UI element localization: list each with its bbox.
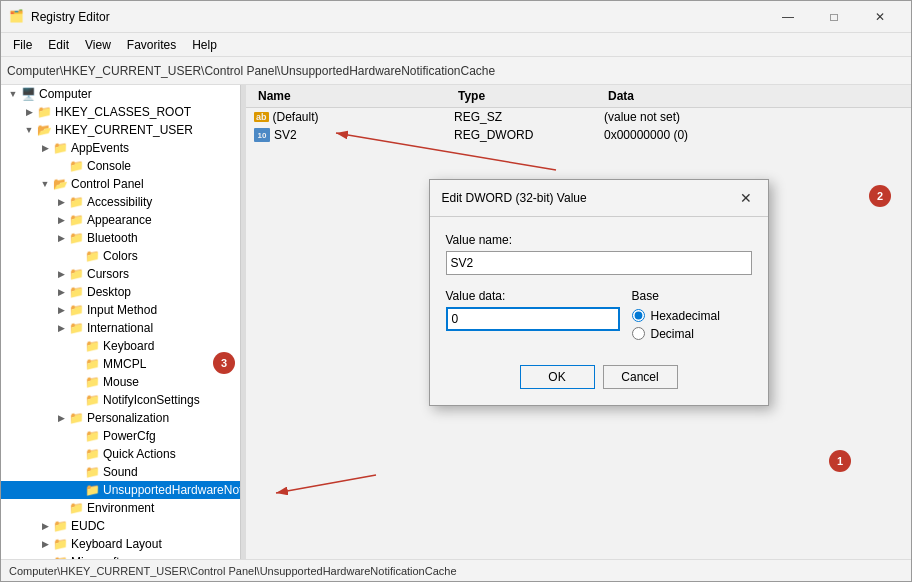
menu-favorites[interactable]: Favorites <box>119 36 184 54</box>
toggle-mouse <box>69 374 85 390</box>
folder-icon-bluetooth: 📁 <box>69 231 84 245</box>
radio-hexadecimal[interactable]: Hexadecimal <box>632 309 752 323</box>
toggle-control-panel[interactable]: ▼ <box>37 176 53 192</box>
tree-item-mmcpl[interactable]: 📁 MMCPL <box>1 355 240 373</box>
folder-icon-accessibility: 📁 <box>69 195 84 209</box>
folder-icon-sound: 📁 <box>85 465 100 479</box>
title-bar-controls: — □ ✕ <box>765 1 903 33</box>
menu-file[interactable]: File <box>5 36 40 54</box>
radio-dec-input[interactable] <box>632 327 645 340</box>
tree-label-accessibility: Accessibility <box>87 195 152 209</box>
tree-item-hkey-current-user[interactable]: ▼ 📂 HKEY_CURRENT_USER <box>1 121 240 139</box>
folder-icon-desktop: 📁 <box>69 285 84 299</box>
toggle-computer[interactable]: ▼ <box>5 86 21 102</box>
radio-dec-label: Decimal <box>651 327 694 341</box>
title-bar: 🗂️ Registry Editor — □ ✕ <box>1 1 911 33</box>
tree-item-eudc[interactable]: ▶ 📁 EUDC <box>1 517 240 535</box>
tree-item-keyboard-layout[interactable]: ▶ 📁 Keyboard Layout <box>1 535 240 553</box>
tree-label-appevents: AppEvents <box>71 141 129 155</box>
tree-item-mouse[interactable]: 📁 Mouse <box>1 373 240 391</box>
dialog-cancel-button[interactable]: Cancel <box>603 365 678 389</box>
menu-help[interactable]: Help <box>184 36 225 54</box>
tree-item-notifyiconsettings[interactable]: 📁 NotifyIconSettings <box>1 391 240 409</box>
toggle-mmcpl <box>69 356 85 372</box>
main-content: ▼ 🖥️ Computer ▶ 📁 HKEY_CLASSES_ROOT ▼ 📂 … <box>1 85 911 559</box>
radio-hex-input[interactable] <box>632 309 645 322</box>
tree-item-desktop[interactable]: ▶ 📁 Desktop <box>1 283 240 301</box>
close-button[interactable]: ✕ <box>857 1 903 33</box>
tree-item-appearance[interactable]: ▶ 📁 Appearance <box>1 211 240 229</box>
tree-item-cursors[interactable]: ▶ 📁 Cursors <box>1 265 240 283</box>
base-radio-group: Hexadecimal Decimal <box>632 309 752 341</box>
menu-edit[interactable]: Edit <box>40 36 77 54</box>
tree-label-cursors: Cursors <box>87 267 129 281</box>
tree-item-quick-actions[interactable]: 📁 Quick Actions <box>1 445 240 463</box>
menu-view[interactable]: View <box>77 36 119 54</box>
folder-icon-appevents: 📁 <box>53 141 68 155</box>
tree-item-unsupported-cache[interactable]: 📁 UnsupportedHardwareNotificationCache <box>1 481 240 499</box>
radio-decimal[interactable]: Decimal <box>632 327 752 341</box>
tree-label-input-method: Input Method <box>87 303 157 317</box>
maximize-button[interactable]: □ <box>811 1 857 33</box>
tree-label-mmcpl: MMCPL <box>103 357 146 371</box>
tree-label-hkey-current-user: HKEY_CURRENT_USER <box>55 123 193 137</box>
folder-icon-colors: 📁 <box>85 249 100 263</box>
app-icon: 🗂️ <box>9 9 25 25</box>
value-data-label: Value data: <box>446 289 620 303</box>
toggle-appevents[interactable]: ▶ <box>37 140 53 156</box>
tree-label-mouse: Mouse <box>103 375 139 389</box>
toggle-keyboard-layout[interactable]: ▶ <box>37 536 53 552</box>
address-bar: Computer\HKEY_CURRENT_USER\Control Panel… <box>1 57 911 85</box>
toggle-hkey-current-user[interactable]: ▼ <box>21 122 37 138</box>
tree-item-sound[interactable]: 📁 Sound <box>1 463 240 481</box>
tree-item-keyboard[interactable]: 📁 Keyboard <box>1 337 240 355</box>
tree-item-hkey-classes-root[interactable]: ▶ 📁 HKEY_CLASSES_ROOT <box>1 103 240 121</box>
toggle-appearance[interactable]: ▶ <box>53 212 69 228</box>
registry-values-panel: Name Type Data ab (Default) REG_SZ (valu… <box>246 85 911 559</box>
tree-item-computer[interactable]: ▼ 🖥️ Computer <box>1 85 240 103</box>
toggle-cursors[interactable]: ▶ <box>53 266 69 282</box>
tree-item-appevents[interactable]: ▶ 📁 AppEvents <box>1 139 240 157</box>
radio-hex-label: Hexadecimal <box>651 309 720 323</box>
toggle-desktop[interactable]: ▶ <box>53 284 69 300</box>
annotation-2: 2 <box>869 185 891 207</box>
tree-item-input-method[interactable]: ▶ 📁 Input Method <box>1 301 240 319</box>
toggle-international[interactable]: ▶ <box>53 320 69 336</box>
tree-item-console[interactable]: 📁 Console <box>1 157 240 175</box>
dialog-ok-button[interactable]: OK <box>520 365 595 389</box>
value-name-input[interactable] <box>446 251 752 275</box>
tree-panel[interactable]: ▼ 🖥️ Computer ▶ 📁 HKEY_CLASSES_ROOT ▼ 📂 … <box>1 85 241 559</box>
value-data-input[interactable] <box>446 307 620 331</box>
toggle-input-method[interactable]: ▶ <box>53 302 69 318</box>
tree-label-unsupported-cache: UnsupportedHardwareNotificationCache <box>103 483 241 497</box>
dialog-data-row: Value data: Base Hexadecimal <box>446 289 752 341</box>
toggle-bluetooth[interactable]: ▶ <box>53 230 69 246</box>
toggle-powercfg <box>69 428 85 444</box>
tree-item-environment[interactable]: 📁 Environment <box>1 499 240 517</box>
toggle-eudc[interactable]: ▶ <box>37 518 53 534</box>
tree-item-powercfg[interactable]: 📁 PowerCfg <box>1 427 240 445</box>
registry-editor-window: 🗂️ Registry Editor — □ ✕ File Edit View … <box>0 0 912 582</box>
folder-icon-notifyiconsettings: 📁 <box>85 393 100 407</box>
toggle-accessibility[interactable]: ▶ <box>53 194 69 210</box>
value-name-label: Value name: <box>446 233 752 247</box>
tree-item-bluetooth[interactable]: ▶ 📁 Bluetooth <box>1 229 240 247</box>
tree-item-international[interactable]: ▶ 📁 International <box>1 319 240 337</box>
tree-label-international: International <box>87 321 153 335</box>
minimize-button[interactable]: — <box>765 1 811 33</box>
dialog-close-button[interactable]: ✕ <box>736 188 756 208</box>
folder-icon-environment: 📁 <box>69 501 84 515</box>
annotation-1: 1 <box>829 450 851 472</box>
tree-item-control-panel[interactable]: ▼ 📂 Control Panel <box>1 175 240 193</box>
toggle-colors <box>69 248 85 264</box>
toggle-hkey-classes-root[interactable]: ▶ <box>21 104 37 120</box>
tree-item-personalization[interactable]: ▶ 📁 Personalization <box>1 409 240 427</box>
status-bar: Computer\HKEY_CURRENT_USER\Control Panel… <box>1 559 911 581</box>
tree-item-accessibility[interactable]: ▶ 📁 Accessibility <box>1 193 240 211</box>
tree-item-colors[interactable]: 📁 Colors <box>1 247 240 265</box>
folder-icon-hkcr: 📁 <box>37 105 52 119</box>
menu-bar: File Edit View Favorites Help <box>1 33 911 57</box>
folder-icon-powercfg: 📁 <box>85 429 100 443</box>
toggle-personalization[interactable]: ▶ <box>53 410 69 426</box>
folder-icon-control-panel: 📂 <box>53 177 68 191</box>
